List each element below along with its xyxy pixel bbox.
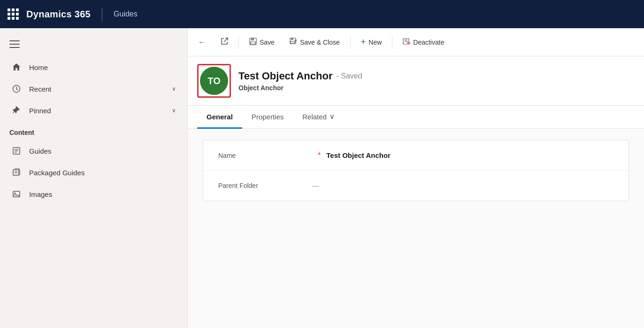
deactivate-button[interactable]: Deactivate [396,32,451,53]
sidebar-pinned-label: Pinned [29,107,164,115]
new-button[interactable]: + New [354,32,389,53]
avatar-initials: TO [207,76,220,86]
record-title-section: Test Object Anchor - Saved Object Anchor [238,70,362,92]
save-close-button[interactable]: Save & Close [283,32,346,53]
plus-icon: + [361,37,366,47]
sidebar-item-guides[interactable]: Guides [2,140,185,162]
save-icon [249,38,257,47]
record-saved-status: - Saved [336,72,362,80]
record-title: Test Object Anchor [238,70,332,82]
clock-icon [11,84,22,94]
sidebar: Home Recent ∨ Pinned ∨ Content [0,28,188,328]
sidebar-item-packaged-guides[interactable]: Packaged Guides [2,162,185,183]
toolbar-divider-3 [392,36,392,49]
save-button[interactable]: Save [243,32,281,53]
module-title: Guides [114,10,138,18]
app-launcher-icon[interactable] [8,8,19,20]
record-title-row: Test Object Anchor - Saved [238,70,362,82]
back-icon: ← [198,38,206,47]
packaged-guides-icon [11,167,22,178]
sidebar-item-recent[interactable]: Recent ∨ [2,78,185,100]
hamburger-icon [9,40,20,48]
chevron-down-related-icon: ∨ [330,112,335,121]
deactivate-icon [403,38,410,47]
open-button[interactable] [214,32,235,53]
new-label: New [368,39,382,46]
record-header: TO Test Object Anchor - Saved Object Anc… [188,56,644,106]
chevron-down-icon: ∨ [172,86,176,92]
app-title: Dynamics 365 [26,9,91,20]
tab-properties-label: Properties [252,113,284,121]
toolbar: ← [188,28,644,56]
form-content: Name * Test Object Anchor Parent Folder … [188,129,644,328]
save-close-icon [290,38,297,47]
field-label-parent-folder: Parent Folder [218,182,312,189]
avatar: TO [200,67,228,95]
save-close-label: Save & Close [300,39,340,46]
form-row-parent-folder: Parent Folder --- [203,171,629,201]
back-button[interactable]: ← [192,32,212,53]
content-section-header: Content [0,121,187,140]
svg-rect-15 [291,38,293,40]
tab-related[interactable]: Related ∨ [293,106,344,129]
svg-rect-16 [291,41,295,43]
svg-rect-12 [251,38,254,40]
record-type: Object Anchor [238,84,362,92]
svg-rect-5 [13,170,19,175]
form-row-name: Name * Test Object Anchor [203,141,629,171]
pin-icon [11,105,22,116]
required-indicator-name: * [318,151,321,160]
hamburger-menu[interactable] [0,36,187,53]
tab-properties[interactable]: Properties [242,106,293,129]
toolbar-divider-2 [350,36,351,49]
sidebar-guides-label: Guides [29,147,176,155]
sidebar-home-label: Home [29,63,176,71]
tab-general-label: General [207,113,233,121]
svg-point-9 [15,193,16,194]
toolbar-divider-1 [238,36,239,49]
sidebar-item-home[interactable]: Home [2,56,185,78]
field-value-parent-folder[interactable]: --- [312,182,319,190]
chevron-down-icon-pinned: ∨ [172,107,176,114]
content-area: ← [188,28,644,328]
tabs: General Properties Related ∨ [188,106,644,129]
sidebar-item-pinned[interactable]: Pinned ∨ [2,100,185,121]
guides-icon [11,146,22,156]
images-icon [11,189,22,199]
sidebar-item-images[interactable]: Images [2,183,185,205]
nav-divider [102,8,102,21]
sidebar-recent-label: Recent [29,85,164,93]
home-icon [11,62,22,72]
deactivate-label: Deactivate [413,39,444,46]
open-in-new-icon [221,38,228,47]
tab-related-label: Related [302,113,327,121]
main-layout: Home Recent ∨ Pinned ∨ Content [0,28,644,328]
tab-general[interactable]: General [197,106,242,129]
save-label: Save [260,39,275,46]
svg-rect-13 [251,42,255,44]
top-navigation: Dynamics 365 Guides [0,0,644,28]
form-card: Name * Test Object Anchor Parent Folder … [203,140,629,201]
field-value-name[interactable]: Test Object Anchor [326,151,391,159]
svg-line-10 [224,38,228,42]
field-label-name: Name [218,152,312,159]
sidebar-images-label: Images [29,190,176,198]
sidebar-packaged-guides-label: Packaged Guides [29,169,176,177]
avatar-wrapper[interactable]: TO [197,64,231,98]
